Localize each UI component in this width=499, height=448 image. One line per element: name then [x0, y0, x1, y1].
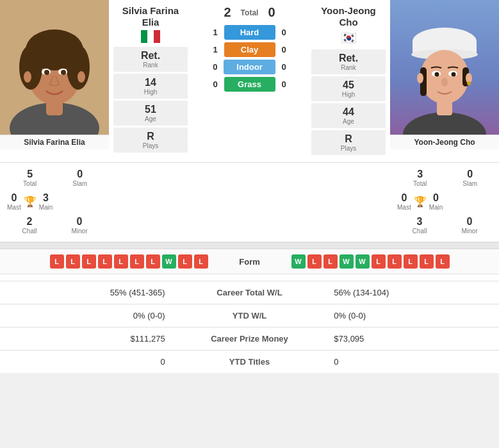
- left-ytd: 0% (0-0): [0, 304, 175, 328]
- right-flag: 🇰🇷: [310, 30, 387, 46]
- right-prize: $73,095: [324, 328, 499, 351]
- clay-left-score: 1: [211, 45, 220, 54]
- right-minor: 0 Minor: [445, 214, 494, 236]
- career-total-label: Career Total W/L: [175, 281, 325, 304]
- bottom-spacer: [109, 167, 390, 213]
- svg-point-20: [420, 50, 469, 104]
- right-total-score: 0: [268, 5, 275, 20]
- left-form-9: L: [178, 254, 192, 269]
- left-form-8: W: [162, 254, 176, 269]
- grass-surface-row: 0 Grass 0: [192, 77, 307, 92]
- middle-stats-col: 2 Total 0 1 Hard 0 1 Clay 0 0 Indoor 0 0: [192, 0, 307, 99]
- right-rank: Ret. Rank: [311, 49, 386, 74]
- grass-button: Grass: [224, 77, 275, 92]
- hard-surface-row: 1 Hard 0: [192, 25, 307, 40]
- indoor-right-score: 0: [279, 62, 289, 72]
- left-trophy-icon: 🏆: [24, 195, 37, 208]
- left-career-total: 55% (451-365): [0, 281, 175, 304]
- clay-right-score: 0: [279, 45, 289, 54]
- left-form-2: L: [66, 254, 80, 269]
- left-age: 51 Age: [113, 101, 188, 126]
- right-bottom-stats: 3 Total 0 Slam 0 Mast 🏆 0 Main: [390, 167, 499, 213]
- left-form-7: L: [146, 254, 160, 269]
- right-player-col: Yoon-Jeong Cho: [390, 0, 499, 149]
- svg-point-28: [417, 73, 423, 83]
- right-form-3: L: [323, 254, 338, 269]
- right-high: 45 High: [311, 76, 386, 101]
- hard-button: Hard: [224, 25, 275, 40]
- right-player-name-below: Yoon-Jeong Cho: [390, 135, 499, 149]
- indoor-surface-row: 0 Indoor 0: [192, 60, 307, 74]
- left-chall-stat: [56, 190, 104, 213]
- svg-point-27: [441, 78, 448, 87]
- svg-point-6: [67, 45, 90, 90]
- clay-surface-row: 1 Clay 0: [192, 42, 307, 57]
- right-ytd: 0% (0-0): [324, 304, 499, 328]
- left-form-badges: L L L L L L L W L L: [6, 254, 208, 269]
- left-plays: R Plays: [113, 128, 188, 153]
- right-chall-minor: 3 Chall 0 Minor: [390, 214, 499, 236]
- left-total-stat: 5 Total: [5, 167, 54, 189]
- left-rank: Ret. Rank: [113, 47, 188, 72]
- left-high: 14 High: [113, 74, 188, 99]
- left-minor: 0 Minor: [55, 214, 104, 236]
- right-form-1: W: [291, 254, 306, 269]
- stats-row-prize: $111,275 Career Prize Money $73,095: [0, 328, 499, 351]
- form-section: L L L L L L L W L L Form W L L W W L L L…: [0, 248, 499, 274]
- svg-point-12: [78, 71, 85, 83]
- left-player-name-below: Silvia Farina Elia: [0, 135, 109, 149]
- left-form-4: L: [98, 254, 112, 269]
- total-label: Total: [241, 8, 259, 17]
- total-score-row: 2 Total 0: [192, 5, 307, 20]
- left-titles: 0: [0, 351, 175, 374]
- right-form-9: L: [420, 254, 434, 269]
- player-bottom-stats: 5 Total 0 Slam 0 Mast 🏆 3 Main: [0, 162, 499, 214]
- left-player-col: Silvia Farina Elia: [0, 0, 109, 149]
- right-form-8: L: [404, 254, 418, 269]
- right-name-header: Yoon-Jeong Cho: [310, 5, 387, 28]
- right-titles: 0: [324, 351, 499, 374]
- chall-minor-row: 2 Chall 0 Minor 3 Chall 0 Minor: [0, 214, 499, 243]
- left-chall: 2 Chall: [5, 214, 54, 236]
- section-divider: [0, 243, 499, 248]
- svg-point-10: [61, 70, 66, 75]
- left-chall-minor: 2 Chall 0 Minor: [0, 214, 109, 236]
- left-form-1: L: [50, 254, 64, 269]
- left-bottom-stats: 5 Total 0 Slam 0 Mast 🏆 3 Main: [0, 167, 109, 213]
- right-form-badges: W L L W W L L L L L: [291, 254, 493, 269]
- left-stats-col: Silvia Farina Elia Ret. Rank 14 High: [109, 0, 192, 160]
- left-form-5: L: [114, 254, 128, 269]
- svg-point-11: [24, 71, 31, 83]
- svg-point-26: [452, 72, 456, 77]
- left-name-header: Silvia Farina Elia: [112, 5, 189, 28]
- svg-point-30: [467, 81, 471, 85]
- left-form-10: L: [194, 254, 208, 269]
- left-form-6: L: [130, 254, 144, 269]
- svg-point-25: [435, 72, 439, 77]
- right-age: 44 Age: [311, 103, 386, 128]
- stats-row-titles: 0 YTD Titles 0: [0, 351, 499, 374]
- right-mast-stat: 0 Mast 🏆 0 Main: [395, 190, 445, 213]
- right-form-5: W: [356, 254, 370, 269]
- stats-row-ytd: 0% (0-0) YTD W/L 0% (0-0): [0, 304, 499, 328]
- indoor-button: Indoor: [224, 60, 275, 74]
- main-container: Silvia Farina Elia Silvia Farina Elia Re…: [0, 0, 499, 373]
- svg-point-9: [44, 70, 49, 75]
- clay-button: Clay: [224, 42, 275, 57]
- right-stats-col: Yoon-Jeong Cho 🇰🇷 Ret. Rank 45 High 44 A…: [307, 0, 390, 162]
- left-player-photo: [0, 0, 109, 135]
- hard-right-score: 0: [279, 28, 289, 37]
- svg-point-5: [19, 45, 42, 90]
- right-player-photo: [390, 0, 499, 135]
- left-form-3: L: [82, 254, 96, 269]
- right-form-2: L: [307, 254, 322, 269]
- stats-row-career-total: 55% (451-365) Career Total W/L 56% (134-…: [0, 281, 499, 304]
- left-flag: [141, 30, 160, 43]
- grass-left-score: 0: [211, 79, 220, 89]
- chall-spacer: [109, 214, 390, 236]
- right-total-stat: 3 Total: [395, 167, 445, 189]
- right-trophy-icon: 🏆: [414, 195, 427, 208]
- right-slam-stat: 0 Slam: [446, 167, 494, 189]
- left-total-score: 2: [224, 5, 231, 20]
- grass-right-score: 0: [279, 79, 289, 89]
